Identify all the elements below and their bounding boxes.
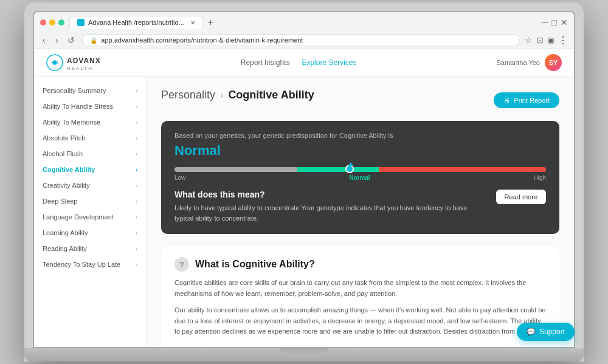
logo-icon (46, 54, 63, 71)
result-value: Normal (174, 143, 546, 159)
sidebar-item-handle-stress[interactable]: Ability To Handle Stress › (34, 98, 146, 114)
app-header: ADVANX HEALTH Report Insights Explore Se… (34, 49, 574, 77)
spectrum-label-high: High (533, 174, 546, 181)
spectrum-indicator (345, 165, 354, 173)
info-para-2: Our ability to concentrate allows us to … (174, 305, 546, 337)
sidebar-item-personality-summary[interactable]: Personality Summary › (34, 83, 146, 98)
sidebar-item-reading-ability[interactable]: Reading Ability › (34, 241, 146, 256)
chevron-right-icon: › (136, 261, 137, 268)
header-right: Samantha Yeo SY (496, 54, 562, 71)
sidebar-item-learning-ability[interactable]: Learning Ability › (34, 225, 146, 241)
svg-point-1 (53, 61, 57, 64)
breadcrumb-current: Cognitive Ability (228, 89, 314, 101)
info-para-1: Cognitive abilities are core skills of o… (174, 278, 546, 299)
spectrum-labels: Low Normal High (174, 174, 546, 181)
laptop-notch (280, 348, 328, 353)
chevron-right-icon: › (136, 119, 137, 126)
back-button[interactable]: ‹ (40, 34, 48, 46)
logo-text: ADVANX (67, 57, 101, 65)
bookmark-icon[interactable]: ☆ (525, 35, 533, 45)
spectrum-container: Low Normal High (174, 167, 546, 181)
support-icon: 💬 (527, 328, 536, 336)
new-tab-button[interactable]: + (206, 17, 216, 28)
main-layout: Personality Summary › Ability To Handle … (34, 77, 574, 347)
logo-sub: HEALTH (67, 66, 101, 71)
breadcrumb: Personality › Cognitive Ability (161, 89, 314, 101)
print-icon: 🖨 (503, 97, 510, 104)
info-header: ? What is Cognitive Ability? (174, 257, 546, 272)
laptop-base (24, 348, 584, 362)
user-name: Samantha Yeo (496, 59, 540, 66)
forward-button[interactable]: › (53, 34, 61, 46)
chevron-right-icon: › (136, 151, 137, 157)
info-section: ? What is Cognitive Ability? Cognitive a… (161, 246, 559, 347)
sidebar-item-deep-sleep[interactable]: Deep Sleep › (34, 193, 146, 209)
minimize-icon[interactable]: ─ (542, 18, 548, 27)
result-card: Based on your genetics, your genetic pre… (161, 121, 559, 234)
chevron-right-icon: › (136, 230, 137, 236)
window-toolbar: ─ □ ✕ (542, 18, 568, 27)
refresh-button[interactable]: ↺ (65, 34, 77, 46)
sidebar-item-cognitive-ability[interactable]: Cognitive Ability › (34, 162, 146, 177)
sidebar-item-memorise[interactable]: Ability To Memorise › (34, 114, 146, 130)
restore-icon[interactable]: □ (552, 18, 557, 27)
close-window-btn[interactable] (40, 19, 46, 26)
user-icon[interactable]: ◉ (547, 35, 554, 45)
maximize-window-btn[interactable] (58, 19, 64, 26)
chevron-right-icon: › (136, 182, 137, 189)
url-text: app.advanxhealth.com/reports/nutrition-&… (101, 36, 303, 44)
sidebar-item-creativity-ability[interactable]: Creativity Ability › (34, 177, 146, 193)
info-icon: ? (174, 257, 189, 272)
tab-close-button[interactable]: ✕ (190, 19, 195, 26)
chevron-right-icon: › (136, 198, 137, 205)
minimize-window-btn[interactable] (49, 19, 55, 26)
sidebar-item-tendency-stay-up[interactable]: Tendency To Stay Up Late › (34, 256, 146, 272)
content-area: Personality › Cognitive Ability 🖨 Print … (147, 77, 574, 347)
browser-menu-button[interactable]: ⋮ (558, 35, 568, 46)
nav-report-insights[interactable]: Report Insights (241, 58, 290, 67)
chevron-right-icon: › (136, 88, 137, 94)
sidebar-item-alcohol-flush[interactable]: Alcohol Flush › (34, 146, 146, 162)
cast-icon[interactable]: ⊡ (536, 35, 544, 45)
tab-favicon (77, 19, 85, 26)
print-report-button[interactable]: 🖨 Print Report (494, 92, 559, 108)
spectrum-label-low: Low (174, 174, 185, 181)
chevron-right-icon: › (136, 214, 137, 221)
chevron-right-icon: › (136, 246, 137, 252)
meaning-text-area: What does this mean? Likely to have typi… (174, 190, 486, 223)
app-nav: Report Insights Explore Services (241, 58, 357, 67)
page-header-row: Personality › Cognitive Ability 🖨 Print … (161, 89, 559, 111)
support-button[interactable]: 💬 Support (517, 323, 575, 341)
spectrum-bar (174, 167, 546, 172)
info-title: What is Cognitive Ability? (195, 259, 315, 270)
user-avatar[interactable]: SY (545, 54, 562, 71)
meaning-title: What does this mean? (174, 190, 486, 199)
chevron-right-icon: › (136, 103, 137, 110)
lock-icon: 🔒 (90, 37, 97, 44)
spectrum-label-normal: Normal (349, 174, 370, 181)
nav-explore-services[interactable]: Explore Services (302, 58, 356, 67)
read-more-button[interactable]: Read more (496, 190, 546, 204)
window-controls (40, 19, 64, 26)
meaning-text: Likely to have typical ability to concen… (174, 203, 486, 223)
sidebar-item-language-development[interactable]: Language Development › (34, 209, 146, 225)
tab-label: Advana Health /reports/nutritio... (88, 19, 184, 26)
app-logo: ADVANX HEALTH (46, 54, 101, 71)
browser-action-icons: ☆ ⊡ ◉ ⋮ (525, 35, 568, 46)
chevron-right-icon: › (136, 167, 137, 173)
close-icon[interactable]: ✕ (561, 18, 568, 27)
url-bar[interactable]: 🔒 app.advanxhealth.com/reports/nutrition… (82, 34, 520, 46)
sidebar-item-absolute-pitch[interactable]: Absolute Pitch › (34, 130, 146, 146)
active-tab[interactable]: Advana Health /reports/nutritio... ✕ (69, 16, 203, 29)
tab-bar: Advana Health /reports/nutritio... ✕ + (69, 16, 537, 29)
breadcrumb-separator: › (220, 90, 223, 101)
sidebar: Personality Summary › Ability To Handle … (34, 77, 147, 347)
meaning-section: What does this mean? Likely to have typi… (174, 190, 546, 223)
breadcrumb-parent[interactable]: Personality (161, 89, 215, 101)
chevron-right-icon: › (136, 135, 137, 142)
browser-toolbar: ‹ › ↺ 🔒 app.advanxhealth.com/reports/nut… (34, 32, 574, 49)
result-intro-text: Based on your genetics, your genetic pre… (174, 132, 546, 139)
